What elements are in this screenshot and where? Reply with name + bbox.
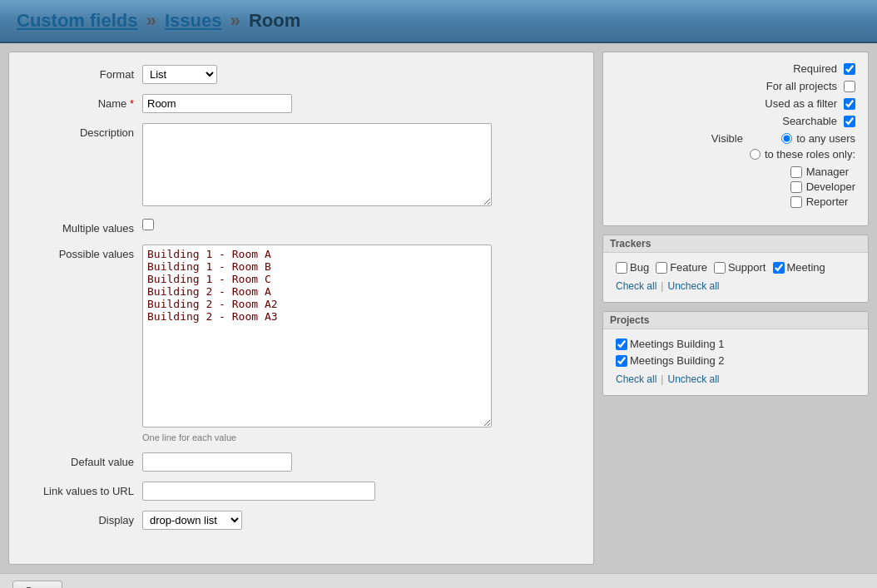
description-label: Description [26,123,142,139]
projects-title: Projects [603,312,868,329]
visible-roles-row: to these roles only: [750,148,855,161]
used-as-filter-label: Used as a filter [765,97,837,110]
for-all-projects-checkbox[interactable] [844,81,855,92]
projects-check-all-btn[interactable]: Check all [616,373,657,385]
tracker-meeting-checkbox[interactable] [773,262,785,274]
tracker-bug-checkbox[interactable] [616,262,627,274]
trackers-uncheck-all-btn[interactable]: Uncheck all [667,280,719,292]
breadcrumb-issues[interactable]: Issues [165,10,222,31]
default-value-control [142,452,577,472]
format-row: Format List String Text Integer Float Bo… [26,65,577,84]
tracker-support-checkbox[interactable] [714,262,726,274]
options-section: Required For all projects Used as a filt… [602,52,869,226]
current-page: Room [249,10,300,31]
link-values-control [142,482,577,501]
searchable-label: Searchable [782,115,837,127]
tracker-support: Support [714,261,766,274]
format-label: Format [26,65,142,81]
visible-roles-label: to these roles only: [765,148,855,161]
visible-any-users-row: to any users [781,132,855,145]
separator-2: » [230,10,240,31]
name-input[interactable] [142,94,292,113]
possible-values-textarea[interactable]: Building 1 - Room A Building 1 - Room B … [142,245,492,427]
visible-roles-radio[interactable] [750,149,761,160]
searchable-checkbox[interactable] [844,116,855,127]
multiple-values-checkbox[interactable] [142,219,154,230]
visible-row: Visible to any users to these roles only… [616,132,855,210]
tracker-meeting-label: Meeting [787,261,825,274]
visible-options: to any users to these roles only: Manage… [750,132,855,210]
tracker-meeting: Meeting [773,261,825,274]
name-row: Name [26,94,577,113]
for-all-projects-row: For all projects [616,80,855,92]
default-value-row: Default value [26,452,577,472]
trackers-link-row: Check all | Uncheck all [616,280,855,292]
right-panel: Required For all projects Used as a filt… [602,52,869,565]
name-control [142,94,577,113]
tracker-feature-label: Feature [670,261,707,274]
description-textarea[interactable] [142,123,492,206]
save-button[interactable]: Save [12,581,62,588]
link-values-row: Link values to URL [26,482,577,501]
visible-label: Visible [711,132,743,145]
multiple-values-control [142,219,577,233]
project-meetings-building-1-label: Meetings Building 1 [630,338,724,350]
format-control: List String Text Integer Float Boolean D… [142,65,577,84]
possible-values-hint: One line for each value [142,432,577,442]
projects-list: Meetings Building 1 Meetings Building 2 [616,338,855,367]
trackers-row: Bug Feature Support Meeting [616,261,855,274]
possible-values-row: Possible values Building 1 - Room A Buil… [26,245,577,442]
default-value-label: Default value [26,452,142,468]
tracker-bug-label: Bug [630,261,649,274]
projects-uncheck-all-btn[interactable]: Uncheck all [667,373,719,385]
used-as-filter-checkbox[interactable] [844,98,855,110]
possible-values-control: Building 1 - Room A Building 1 - Room B … [142,245,577,442]
role-manager-checkbox[interactable] [790,166,802,178]
searchable-row: Searchable [616,115,855,127]
projects-section: Projects Meetings Building 1 Meetings Bu… [602,311,869,396]
projects-pipe: | [661,373,663,385]
page-title: Custom fields » Issues » Room [17,10,300,31]
project-meetings-building-2-checkbox[interactable] [616,355,627,367]
role-manager-label: Manager [806,166,849,178]
role-developer-label: Developer [806,180,855,193]
default-value-input[interactable] [142,452,292,472]
role-manager: Manager [790,166,849,178]
description-control [142,123,577,209]
required-row: Required [616,62,855,75]
multiple-values-label: Multiple values [26,219,142,235]
description-row: Description [26,123,577,209]
possible-values-label: Possible values [26,245,142,260]
link-values-input[interactable] [142,482,375,501]
project-meetings-building-2: Meetings Building 2 [616,354,855,367]
project-meetings-building-1: Meetings Building 1 [616,338,855,350]
multiple-values-row: Multiple values [26,219,577,235]
required-label: Required [793,62,837,75]
tracker-feature: Feature [656,261,707,274]
required-checkbox[interactable] [844,63,855,75]
page-header: Custom fields » Issues » Room [0,0,877,43]
separator-1: » [146,10,156,31]
role-developer: Developer [790,180,855,193]
role-reporter-label: Reporter [806,195,849,208]
role-reporter-checkbox[interactable] [790,196,802,208]
for-all-projects-label: For all projects [766,80,837,92]
name-label: Name [26,94,142,110]
used-as-filter-row: Used as a filter [616,97,855,110]
tracker-feature-checkbox[interactable] [656,262,667,274]
projects-link-row: Check all | Uncheck all [616,373,855,385]
format-select[interactable]: List String Text Integer Float Boolean D… [142,65,217,84]
visible-any-users-radio[interactable] [781,133,792,144]
project-meetings-building-1-checkbox[interactable] [616,338,627,350]
trackers-check-all-btn[interactable]: Check all [616,280,657,292]
trackers-pipe: | [661,280,663,292]
breadcrumb-custom-fields[interactable]: Custom fields [17,10,137,31]
tracker-bug: Bug [616,261,649,274]
display-select[interactable]: drop-down list check box [142,511,242,530]
display-row: Display drop-down list check box [26,511,577,530]
left-panel: Format List String Text Integer Float Bo… [8,52,594,565]
link-values-label: Link values to URL [26,482,142,497]
roles-section: Manager Developer Reporter [790,166,855,210]
display-control: drop-down list check box [142,511,577,530]
role-developer-checkbox[interactable] [790,181,802,193]
